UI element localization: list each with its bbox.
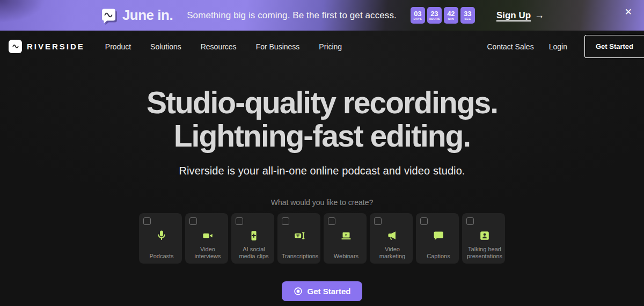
nav-right-group: Contact Sales Login Get Started xyxy=(487,35,644,58)
june-in-title: June in. xyxy=(122,7,173,24)
arrow-right-icon: → xyxy=(535,10,544,21)
signup-label: Sign Up xyxy=(496,10,531,21)
checkbox[interactable] xyxy=(143,217,151,225)
cta-container: Get Started xyxy=(0,281,644,301)
card-podcasts[interactable]: Podcasts xyxy=(139,213,182,264)
card-video-marketing[interactable]: Video marketing xyxy=(370,213,413,264)
speech-bubble-icon xyxy=(431,229,445,243)
promo-banner: June in. Something big is coming. Be the… xyxy=(0,0,644,31)
clip-plus-icon xyxy=(247,229,261,243)
riverside-logo[interactable]: RIVERSIDE xyxy=(9,40,85,53)
riverside-waveform-icon xyxy=(9,40,22,53)
june-in-bubble-icon xyxy=(100,7,117,24)
nav-item-product[interactable]: Product xyxy=(105,42,131,51)
nav-item-for-business[interactable]: For Business xyxy=(256,42,300,51)
card-transcriptions[interactable]: Transcriptions xyxy=(277,213,320,264)
banner-signup-link[interactable]: Sign Up → xyxy=(496,10,544,21)
countdown-days: 03 DAYS xyxy=(411,7,425,24)
contact-sales-link[interactable]: Contact Sales xyxy=(487,42,533,51)
portrait-icon xyxy=(478,229,492,243)
banner-message: Something big is coming. Be the first to… xyxy=(187,10,397,21)
laptop-play-icon xyxy=(339,229,353,243)
card-talking-head-presentations[interactable]: Talking head presentations xyxy=(462,213,505,264)
card-video-interviews[interactable]: Video interviews xyxy=(185,213,228,264)
nav-item-pricing[interactable]: Pricing xyxy=(319,42,342,51)
card-ai-social-media-clips[interactable]: AI social media clips xyxy=(231,213,274,264)
countdown-timer: 03 DAYS 23 HOURS 42 MIN 33 SEC xyxy=(411,7,475,24)
nav-item-resources[interactable]: Resources xyxy=(201,42,237,51)
nav-menu: Product Solutions Resources For Business… xyxy=(105,42,342,51)
close-icon[interactable]: ✕ xyxy=(625,8,632,17)
checkbox[interactable] xyxy=(466,217,474,225)
megaphone-icon xyxy=(385,229,399,243)
microphone-icon xyxy=(155,229,169,243)
nav-get-started-button[interactable]: Get Started xyxy=(584,35,644,58)
create-prompt: What would you like to create? xyxy=(0,198,644,207)
text-cursor-icon xyxy=(293,229,307,243)
june-in-brand: June in. xyxy=(100,7,173,24)
nav-item-solutions[interactable]: Solutions xyxy=(150,42,181,51)
checkbox[interactable] xyxy=(236,217,243,225)
checkbox[interactable] xyxy=(420,217,428,225)
countdown-hours: 23 HOURS xyxy=(427,7,442,24)
countdown-seconds: 33 SEC xyxy=(460,7,475,24)
create-options-row: Podcasts Video interviews AI social medi… xyxy=(0,213,644,264)
checkbox[interactable] xyxy=(374,217,382,225)
cta-label: Get Started xyxy=(308,287,351,296)
card-webinars[interactable]: Webinars xyxy=(324,213,367,264)
create-section: What would you like to create? Podcasts xyxy=(0,198,644,264)
card-captions[interactable]: Captions xyxy=(416,213,459,264)
hero-heading-line2: Lightning-fast editing. xyxy=(174,119,470,153)
cta-get-started-button[interactable]: Get Started xyxy=(282,281,363,301)
checkbox[interactable] xyxy=(189,217,197,225)
checkbox[interactable] xyxy=(282,217,289,225)
main-navbar: RIVERSIDE Product Solutions Resources Fo… xyxy=(0,31,644,62)
video-camera-icon xyxy=(201,229,215,243)
checkbox[interactable] xyxy=(328,217,335,225)
record-icon xyxy=(294,287,303,296)
hero-section: Studio-quality recordings. Lightning-fas… xyxy=(0,86,644,177)
hero-heading-line1: Studio-quality recordings. xyxy=(147,85,497,120)
countdown-minutes: 42 MIN xyxy=(444,7,458,24)
riverside-wordmark: RIVERSIDE xyxy=(27,42,85,51)
hero-subtitle: Riverside is your all-in-one online podc… xyxy=(0,165,644,177)
login-link[interactable]: Login xyxy=(549,42,567,51)
hero-heading: Studio-quality recordings. Lightning-fas… xyxy=(0,86,644,152)
